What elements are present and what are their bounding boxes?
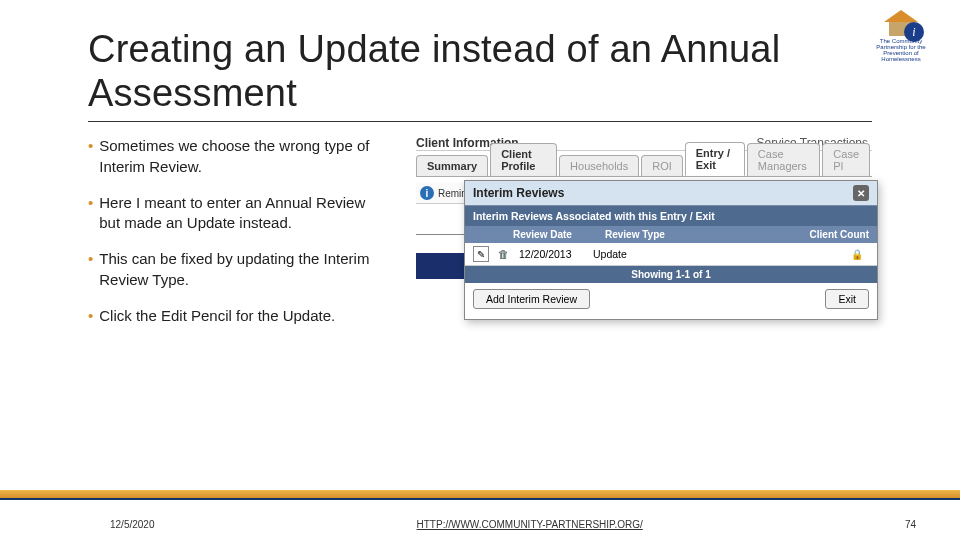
bullet-text: Sometimes we choose the wrong type of In… <box>99 136 388 177</box>
tab-roi[interactable]: ROI <box>641 155 683 176</box>
pencil-icon[interactable]: ✎ <box>473 246 489 262</box>
info-icon: i <box>420 186 434 200</box>
org-logo: i The Community Partnership for the Prev… <box>866 14 936 62</box>
tab-case-plans[interactable]: Case Pl <box>822 143 870 176</box>
bullet-text: Click the Edit Pencil for the Update. <box>99 306 335 326</box>
interim-reviews-modal: Interim Reviews ✕ Interim Reviews Associ… <box>464 180 878 320</box>
bullet-list: •Sometimes we choose the wrong type of I… <box>88 136 388 416</box>
row-review-type: Update <box>593 248 627 260</box>
logo-caption: The Community Partnership for the Preven… <box>866 38 936 62</box>
col-review-type: Review Type <box>605 229 779 240</box>
bullet-icon: • <box>88 249 93 290</box>
bullet-text: This can be fixed by updating the Interi… <box>99 249 388 290</box>
row-review-date: 12/20/2013 <box>519 248 593 260</box>
exit-button[interactable]: Exit <box>825 289 869 309</box>
trash-icon[interactable]: 🗑 <box>495 246 511 262</box>
slide: i The Community Partnership for the Prev… <box>0 0 960 540</box>
modal-column-header: Review Date Review Type Client Count <box>465 226 877 243</box>
modal-subtitle: Interim Reviews Associated with this Ent… <box>465 206 877 226</box>
footer-accent-bar <box>0 490 960 498</box>
add-interim-review-button[interactable]: Add Interim Review <box>473 289 590 309</box>
tab-summary[interactable]: Summary <box>416 155 488 176</box>
footer-row: 12/5/2020 HTTP://WWW.COMMUNITY-PARTNERSH… <box>0 519 960 530</box>
tab-case-managers[interactable]: Case Managers <box>747 143 820 176</box>
tab-strip: Summary Client Profile Households ROI En… <box>416 155 872 177</box>
bullet-icon: • <box>88 306 93 326</box>
pager-text: Showing 1-1 of 1 <box>465 266 877 283</box>
slide-title: Creating an Update instead of an Annual … <box>88 28 872 115</box>
bullet-icon: • <box>88 136 93 177</box>
bullet-text: Here I meant to enter an Annual Review b… <box>99 193 388 234</box>
col-client-count: Client Count <box>779 229 869 240</box>
footer-link[interactable]: HTTP://WWW.COMMUNITY-PARTNERSHIP.ORG/ <box>155 519 905 530</box>
close-icon[interactable]: ✕ <box>853 185 869 201</box>
lock-icon: 🔒 <box>851 249 863 260</box>
modal-title: Interim Reviews <box>473 186 564 200</box>
col-review-date: Review Date <box>513 229 605 240</box>
tab-client-profile[interactable]: Client Profile <box>490 143 557 176</box>
screenshot-region: Client Information Service Transactions … <box>416 136 872 416</box>
footer-accent-line <box>0 498 960 500</box>
title-block: Creating an Update instead of an Annual … <box>88 28 872 122</box>
table-row: ✎ 🗑 12/20/2013 Update 🔒 <box>465 243 877 266</box>
page-number: 74 <box>905 519 916 530</box>
bullet-icon: • <box>88 193 93 234</box>
footer-date: 12/5/2020 <box>110 519 155 530</box>
tab-entry-exit[interactable]: Entry / Exit <box>685 142 745 176</box>
tab-households[interactable]: Households <box>559 155 639 176</box>
